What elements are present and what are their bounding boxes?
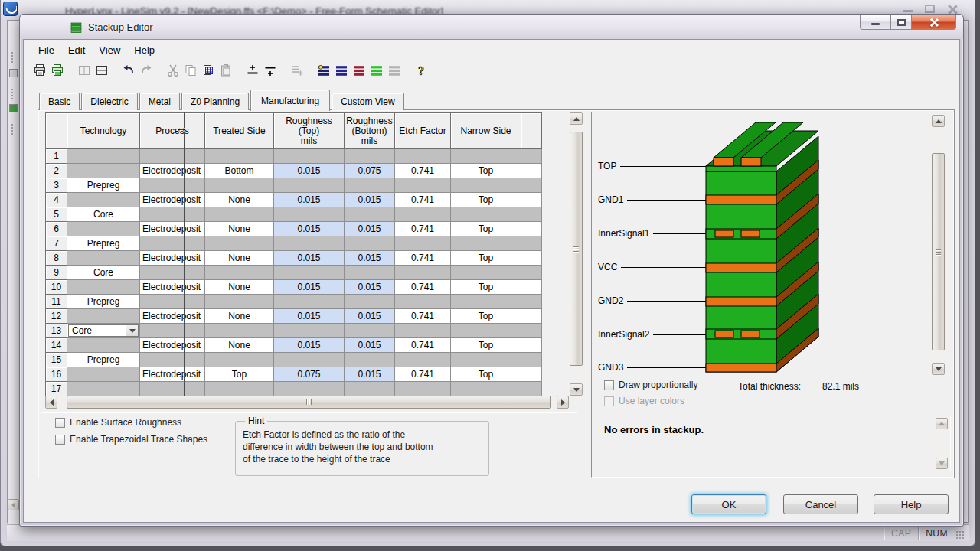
cell-etch-factor[interactable]: 0.741	[395, 280, 451, 295]
header-etch-factor[interactable]: Etch Factor	[395, 113, 451, 149]
cell-narrow-side[interactable]: Top	[451, 193, 521, 207]
preview-vertical-scrollbar[interactable]	[932, 115, 945, 375]
cell-roughness-bottom[interactable]: 0.015	[345, 222, 395, 236]
close-button[interactable]	[912, 15, 956, 30]
cell-narrow-side[interactable]: Top	[451, 251, 521, 266]
cell-roughness-bottom[interactable]: 0.015	[345, 367, 395, 382]
cell-technology[interactable]: Core	[67, 266, 140, 280]
menu-file[interactable]: File	[31, 42, 61, 58]
print-preview-icon[interactable]	[48, 62, 66, 79]
enable-surface-roughness-checkbox[interactable]	[55, 418, 65, 428]
cell-etch-factor[interactable]: 0.741	[395, 338, 451, 353]
insert-layer-above-icon[interactable]	[243, 62, 261, 79]
row-header-10[interactable]: 10	[46, 280, 67, 295]
row-header-11[interactable]: 11	[46, 295, 67, 309]
cell-process[interactable]: Electrodeposit	[140, 193, 205, 207]
cell-treated-side[interactable]: None	[205, 338, 274, 353]
maximize-icon[interactable]	[925, 5, 935, 13]
metal-properties-icon[interactable]	[315, 62, 332, 79]
cell-roughness-bottom[interactable]: 0.015	[345, 309, 395, 324]
cell-narrow-side[interactable]: Top	[451, 222, 521, 236]
header-roughness-bottom-mils[interactable]: Roughness (Bottom) mils	[345, 113, 395, 149]
cell-narrow-side[interactable]: Top	[451, 367, 521, 382]
cell-etch-factor[interactable]: 0.741	[395, 309, 451, 324]
row-header-6[interactable]: 6	[46, 222, 67, 236]
header-roughness-top-mils[interactable]: Roughness (Top) mils	[274, 113, 345, 149]
cell-process[interactable]: Electrodeposit	[140, 338, 205, 353]
cell-etch-factor[interactable]: 0.741	[395, 367, 451, 382]
scroll-up-arrow[interactable]	[570, 112, 583, 125]
cell-narrow-side[interactable]: Top	[451, 309, 521, 324]
cell-treated-side[interactable]: None	[205, 309, 274, 324]
menu-edit[interactable]: Edit	[61, 42, 92, 58]
row-header-5[interactable]: 5	[46, 207, 67, 222]
scroll-down-arrow[interactable]	[570, 383, 583, 396]
tab-z0-planning[interactable]: Z0 Planning	[181, 93, 249, 110]
row-header-8[interactable]: 8	[46, 251, 67, 266]
cell-roughness-bottom[interactable]: 0.015	[345, 338, 395, 353]
scrollbar-thumb[interactable]	[67, 396, 551, 409]
cell-roughness-top[interactable]: 0.015	[274, 164, 345, 178]
print-icon[interactable]	[31, 62, 48, 79]
header-technology[interactable]: Technology	[67, 113, 140, 149]
cell-roughness-top[interactable]: 0.015	[274, 309, 345, 324]
row-header-15[interactable]: 15	[46, 353, 67, 367]
cell-process[interactable]: Electrodeposit	[140, 222, 205, 236]
insert-layer-below-icon[interactable]	[261, 62, 279, 79]
cell-technology[interactable]: Prepreg	[67, 353, 140, 367]
enable-trapezoidal-checkbox[interactable]	[55, 435, 65, 445]
header-row-number[interactable]	[46, 113, 67, 149]
ok-button[interactable]: OK	[691, 494, 766, 514]
cell-roughness-bottom[interactable]: 0.015	[345, 251, 395, 266]
cell-etch-factor[interactable]: 0.741	[395, 164, 451, 178]
cell-treated-side[interactable]: None	[205, 193, 274, 207]
row-header-2[interactable]: 2	[46, 164, 67, 178]
layers-gray-icon[interactable]	[385, 62, 403, 79]
table-vertical-scrollbar[interactable]	[570, 112, 583, 396]
scroll-up-arrow[interactable]	[936, 418, 948, 429]
tab-basic[interactable]: Basic	[39, 93, 80, 110]
row-header-12[interactable]: 12	[46, 309, 67, 324]
row-header-13[interactable]: 13	[46, 324, 67, 338]
cell-narrow-side[interactable]: Top	[451, 280, 521, 295]
minimize-icon[interactable]	[903, 10, 913, 12]
scroll-down-arrow[interactable]	[932, 363, 945, 375]
row-header-3[interactable]: 3	[46, 178, 67, 193]
cell-roughness-top[interactable]: 0.075	[274, 367, 345, 382]
menu-view[interactable]: View	[92, 42, 127, 58]
cell-technology[interactable]: Prepreg	[67, 178, 140, 193]
cell-treated-side[interactable]: Top	[205, 367, 274, 382]
cell-treated-side[interactable]: None	[205, 280, 274, 295]
cell-etch-factor[interactable]: 0.741	[395, 193, 451, 207]
cell-etch-factor[interactable]: 0.741	[395, 251, 451, 266]
layers-green-icon[interactable]	[368, 62, 385, 79]
cell-process[interactable]: Electrodeposit	[140, 251, 205, 266]
chevron-down-icon[interactable]	[126, 325, 138, 336]
row-header-4[interactable]: 4	[46, 193, 67, 207]
layers-navy-icon[interactable]	[332, 62, 350, 79]
table-horizontal-scrollbar[interactable]	[45, 396, 569, 409]
cell-roughness-top[interactable]: 0.015	[274, 251, 345, 266]
checkbox-label[interactable]: Draw proportionally	[619, 380, 697, 390]
maximize-button[interactable]	[890, 15, 912, 30]
help-icon[interactable]: ?	[412, 62, 430, 79]
scrollbar-thumb[interactable]	[570, 132, 583, 366]
scroll-down-arrow[interactable]	[936, 458, 948, 469]
cell-etch-factor[interactable]: 0.741	[395, 222, 451, 236]
cell-technology[interactable]: Core	[67, 207, 140, 222]
cell-narrow-side[interactable]: Top	[451, 338, 521, 353]
dialog-titlebar[interactable]: Stackup Editor	[20, 15, 963, 39]
menu-help[interactable]: Help	[127, 42, 162, 58]
cell-treated-side[interactable]: None	[205, 251, 274, 266]
scroll-up-arrow[interactable]	[932, 115, 945, 127]
minimize-button[interactable]	[860, 15, 890, 30]
checkbox-label[interactable]: Enable Trapezoidal Trace Shapes	[70, 434, 207, 445]
header-treated-side[interactable]: Treated Side	[205, 113, 274, 149]
tab-manufacturing[interactable]: Manufacturing	[250, 90, 330, 111]
cell-roughness-top[interactable]: 0.015	[274, 222, 345, 236]
cell-technology[interactable]: Prepreg	[67, 295, 140, 309]
header-process[interactable]: Process	[140, 113, 205, 149]
header-overflow[interactable]	[521, 113, 542, 149]
close-icon[interactable]	[947, 4, 958, 15]
cell-process[interactable]: Electrodeposit	[140, 309, 205, 324]
